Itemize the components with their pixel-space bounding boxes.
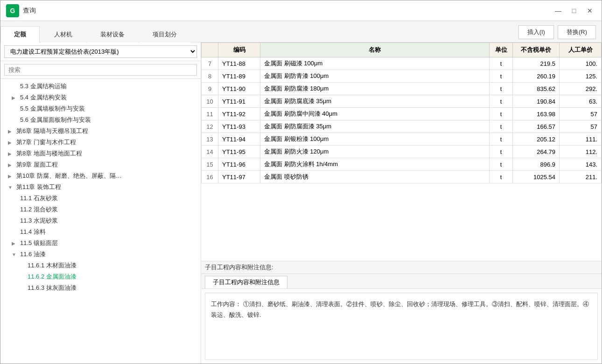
cell-unit: t: [490, 70, 513, 83]
maximize-button[interactable]: □: [568, 6, 580, 15]
tree-item-11-6[interactable]: ▼ 11.6 油漆: [0, 249, 201, 260]
search-input[interactable]: [4, 64, 197, 76]
tab-dinge[interactable]: 定额: [0, 26, 40, 42]
cell-name: 金属面 喷砂防锈: [260, 171, 490, 183]
tree-item-label: 第10章 防腐、耐磨、绝热、屏蔽、隔…: [16, 172, 122, 180]
tree-item-ch11[interactable]: ▼ 第11章 装饰工程: [0, 182, 201, 193]
cell-unit: t: [490, 57, 513, 70]
cell-name: 金属面 刷防腐面漆 35μm: [260, 120, 490, 133]
tree-item-label: 11.4 涂料: [20, 228, 46, 236]
tree-item-label: 11.6.1 木材面油漆: [28, 261, 77, 270]
content-text-area: 工作内容： ①清扫、磨砂纸、刷油漆、清理表面。②挂件、喷砂、除尘、回收砂；清理现…: [205, 293, 598, 360]
table-area[interactable]: 编码 名称 单位 不含税单价 人工单价 7 YT11-88 金属面 刷磁漆 10…: [201, 42, 602, 261]
tree-arrow: ▶: [12, 241, 17, 246]
tab-bar: 定额 人材机 装材设备 项目划分 插入(I) 替换(R): [0, 21, 602, 42]
dropdown-row: 电力建设工程预算定额估价表(2013年版): [0, 42, 201, 61]
table-row[interactable]: 14 YT11-95 金属面 刷防火漆 120μm t 264.79 112.: [202, 146, 602, 158]
col-name: 名称: [260, 43, 490, 57]
cell-name: 金属面 刷防腐底漆 35μm: [260, 95, 490, 108]
cell-labor: 211.: [560, 171, 602, 183]
tree-item-11-5[interactable]: ▶ 11.5 镶贴面层: [0, 238, 201, 249]
tree-item-11-4[interactable]: 11.4 涂料: [0, 226, 201, 238]
table-row[interactable]: 7 YT11-88 金属面 刷磁漆 100μm t 219.5 100.: [202, 57, 602, 70]
tree-arrow: ▶: [8, 151, 14, 156]
cell-code: YT11-96: [218, 158, 260, 171]
table-row[interactable]: 15 YT11-96 金属面 刷防火涂料 1h/4mm t 896.9 143.: [202, 158, 602, 171]
cell-unit: t: [490, 133, 513, 146]
minimize-button[interactable]: —: [552, 6, 564, 15]
title-bar: G 查询 — □ ✕: [0, 0, 602, 21]
main-window: G 查询 — □ ✕ 定额 人材机 装材设备 项目划分 插入(I) 替换(R) …: [0, 0, 602, 364]
cell-num: 15: [202, 158, 218, 171]
cell-price: 260.19: [513, 70, 560, 83]
tree-item-ch6[interactable]: ▶ 第6章 隔墙与天棚吊顶工程: [0, 126, 201, 137]
tree-item-ch9[interactable]: ▶ 第9章 屋面工程: [0, 159, 201, 170]
search-row: [0, 61, 201, 79]
cell-labor: 100.: [560, 57, 602, 70]
col-code: 编码: [218, 43, 260, 57]
tree-item-label: 第9章 屋面工程: [16, 161, 58, 169]
tree-arrow: ▼: [8, 185, 14, 190]
table-row[interactable]: 8 YT11-89 金属面 刷防青漆 100μm t 260.19 125.: [202, 70, 602, 83]
tree-item-11-3[interactable]: 11.3 水泥砂浆: [0, 215, 201, 226]
cell-unit: t: [490, 146, 513, 158]
cell-name: 金属面 刷防火涂料 1h/4mm: [260, 158, 490, 171]
tree-item-label: 5.6 金属屋面板制作与安装: [20, 116, 91, 124]
app-logo: G: [6, 4, 19, 17]
bottom-tab-content[interactable]: 子目工程内容和附注信息: [205, 276, 287, 288]
tree-item-label: 第11章 装饰工程: [16, 183, 61, 191]
tree-item-5-5[interactable]: 5.5 金属墙板制作与安装: [0, 103, 201, 114]
tree-item-label: 5.5 金属墙板制作与安装: [20, 105, 85, 113]
tab-zhuangcai[interactable]: 装材设备: [87, 26, 138, 42]
cell-price: 190.84: [513, 95, 560, 108]
quota-dropdown[interactable]: 电力建设工程预算定额估价表(2013年版): [4, 45, 197, 58]
cell-labor: 57: [560, 108, 602, 120]
tree-item-ch7[interactable]: ▶ 第7章 门窗与木作工程: [0, 137, 201, 148]
tab-xiangmu[interactable]: 项目划分: [139, 26, 190, 42]
window-controls: — □ ✕: [552, 6, 596, 15]
tree-item-5-3[interactable]: 5.3 金属结构运输: [0, 81, 201, 92]
tree-item-11-6-2[interactable]: 11.6.2 金属面油漆: [0, 271, 201, 282]
cell-price: 166.57: [513, 120, 560, 133]
cell-num: 8: [202, 70, 218, 83]
table-row[interactable]: 12 YT11-93 金属面 刷防腐面漆 35μm t 166.57 57: [202, 120, 602, 133]
left-panel: 电力建设工程预算定额估价表(2013年版) 5.3 金属结构运输 ▶ 5.4 金…: [0, 42, 201, 364]
tree-item-ch10[interactable]: ▶ 第10章 防腐、耐磨、绝热、屏蔽、隔…: [0, 170, 201, 182]
table-row[interactable]: 16 YT11-97 金属面 喷砂防锈 t 1025.54 211.: [202, 171, 602, 183]
tree-item-5-4[interactable]: ▶ 5.4 金属结构安装: [0, 92, 201, 103]
cell-labor: 112.: [560, 146, 602, 158]
table-row[interactable]: 13 YT11-94 金属面 刷银粉漆 100μm t 205.12 111.: [202, 133, 602, 146]
table-row[interactable]: 10 YT11-91 金属面 刷防腐底漆 35μm t 190.84 63.: [202, 95, 602, 108]
cell-code: YT11-95: [218, 146, 260, 158]
cell-labor: 125.: [560, 70, 602, 83]
tree-item-ch8[interactable]: ▶ 第8章 地面与楼地面工程: [0, 148, 201, 159]
bottom-panel: 子目工程内容和附注信息: 子目工程内容和附注信息 工作内容： ①清扫、磨砂纸、刷…: [201, 261, 602, 364]
tree-item-label: 11.1 石灰砂浆: [20, 194, 58, 203]
tree-arrow: ▶: [12, 95, 17, 100]
replace-button[interactable]: 替换(R): [558, 25, 596, 39]
tree-item-label: 5.4 金属结构安装: [20, 93, 67, 102]
tree-item-11-6-1[interactable]: 11.6.1 木材面油漆: [0, 260, 201, 271]
tab-actions: 插入(I) 替换(R): [513, 22, 602, 42]
tree-item-11-1[interactable]: 11.1 石灰砂浆: [0, 193, 201, 204]
main-content: 电力建设工程预算定额估价表(2013年版) 5.3 金属结构运输 ▶ 5.4 金…: [0, 42, 602, 364]
table-row[interactable]: 11 YT11-92 金属面 刷防腐中间漆 40μm t 163.98 57: [202, 108, 602, 120]
window-title: 查询: [23, 7, 552, 15]
cell-price: 163.98: [513, 108, 560, 120]
tree-item-5-6[interactable]: 5.6 金属屋面板制作与安装: [0, 114, 201, 126]
cell-labor: 143.: [560, 158, 602, 171]
tab-rencaiji[interactable]: 人材机: [41, 26, 86, 42]
cell-code: YT11-89: [218, 70, 260, 83]
cell-labor: 63.: [560, 95, 602, 108]
cell-num: 16: [202, 171, 218, 183]
tree-item-label: 11.3 水泥砂浆: [20, 217, 58, 225]
tree-arrow: ▶: [8, 140, 14, 145]
tree-arrow: ▶: [8, 162, 14, 168]
tree-item-11-2[interactable]: 11.2 混合砂浆: [0, 204, 201, 215]
tree-item-11-6-3[interactable]: 11.6.3 抹灰面油漆: [0, 282, 201, 294]
insert-button[interactable]: 插入(I): [518, 25, 554, 39]
cell-num: 11: [202, 108, 218, 120]
table-row[interactable]: 9 YT11-90 金属面 刷防腐漆 180μm t 835.62 292.: [202, 83, 602, 95]
close-button[interactable]: ✕: [584, 6, 596, 15]
tree-item-label: 5.3 金属结构运输: [20, 82, 67, 91]
